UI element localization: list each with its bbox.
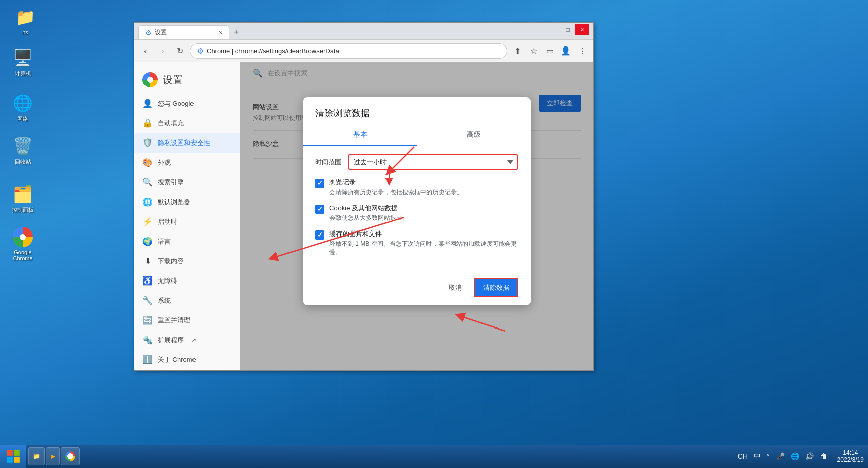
new-tab-button[interactable]: + [229, 25, 244, 39]
tab-advanced[interactable]: 高级 [417, 125, 531, 146]
checkbox-cookies[interactable] [315, 205, 324, 214]
split-icon[interactable]: ▭ [543, 44, 557, 58]
sidebar-item-reset[interactable]: 🔄 重置并清理 [134, 310, 240, 330]
checkbox-cookies-item: Cookie 及其他网站数据 会致使您从大多数网站退出。 [315, 204, 518, 222]
sidebar-label-browser: 默认浏览器 [158, 198, 190, 207]
taskbar-clock[interactable]: 14:14 2022/8/19 [833, 449, 868, 463]
tray-vol-icon[interactable]: 🔊 [803, 451, 816, 461]
taskbar-item-media[interactable]: ▶ [46, 447, 60, 465]
windows-logo [6, 449, 20, 463]
browser-icon: 🌐 [142, 197, 153, 207]
network-label: 网络 [17, 115, 28, 123]
clear-data-button[interactable]: 清除数据 [474, 278, 518, 297]
controlpanel-icon: 🗂️ [13, 184, 33, 204]
svg-rect-5 [7, 450, 13, 456]
time-range-select[interactable]: 过去一小时过去24小时过去7天过去4周全部时间 [348, 154, 518, 170]
taskbar-item-explorer[interactable]: 📁 [28, 447, 45, 465]
forward-button[interactable]: › [156, 44, 170, 58]
clock-time: 14:14 [843, 449, 858, 456]
media-icon: ▶ [51, 453, 55, 460]
dialog-footer: 取消 清除数据 [303, 272, 531, 305]
url-bar[interactable]: ⚙ Chrome | chrome://settings/clearBrowse… [190, 43, 507, 59]
desktop-icon-chrome[interactable]: Google Chrome [3, 225, 43, 263]
start-button[interactable] [0, 445, 26, 468]
taskbar: 📁 ▶ CH 中 ° 🎤 🌐 🔊 🗑 14:14 2022/8/19 [0, 445, 868, 468]
share-icon[interactable]: ⬆ [510, 44, 524, 58]
history-sub-text: 会清除所有历史记录，包括搜索框中的历史记录。 [329, 188, 463, 197]
sidebar-item-language[interactable]: 🌍 语言 [134, 231, 240, 251]
tab-basic[interactable]: 基本 [303, 125, 417, 146]
sidebar-label-search: 搜索引擎 [158, 178, 184, 187]
tray-input-icon[interactable]: CH [736, 451, 750, 461]
ns-label: ns [22, 29, 28, 35]
sidebar-item-appearance[interactable]: 🎨 外观 [134, 153, 240, 172]
settings-logo: 设置 [134, 66, 240, 93]
desktop-icon-recycle[interactable]: 🗑️ 回收站 [3, 134, 43, 168]
account-icon[interactable]: 👤 [559, 44, 573, 58]
tray-cn-icon[interactable]: 中 [752, 451, 763, 462]
svg-rect-7 [7, 457, 13, 463]
checkbox-cache[interactable] [315, 230, 324, 240]
sidebar-item-accessibility[interactable]: ♿ 无障碍 [134, 271, 240, 291]
taskbar-items: 📁 ▶ [26, 445, 82, 468]
checkbox-history-text: 浏览记录 会清除所有历史记录，包括搜索框中的历史记录。 [329, 178, 463, 197]
checkbox-cache-item: 缓存的图片和文件 释放不到 1 MB 空间。当您下次访问时，某些网站的加载速度可… [315, 229, 518, 257]
refresh-button[interactable]: ↻ [173, 44, 187, 58]
sidebar-item-privacy[interactable]: 🛡️ 隐私设置和安全性 [134, 133, 240, 153]
menu-icon[interactable]: ⋮ [575, 44, 589, 58]
tray-trash-icon[interactable]: 🗑 [818, 451, 829, 461]
sidebar-item-search[interactable]: 🔍 搜索引擎 [134, 172, 240, 192]
modal-overlay: 清除浏览数据 基本 高级 时间范围 过去一小时过去24小时过去7天过去4周全部时… [240, 62, 593, 370]
desktop-icon-network[interactable]: 🌐 网络 [3, 91, 43, 125]
browser-tab[interactable]: ⚙ 设置 × [138, 25, 229, 39]
sidebar-item-extensions[interactable]: 🔩 扩展程序 ↗ [134, 330, 240, 350]
sidebar-label-appearance: 外观 [158, 158, 171, 167]
desktop-icon-controlpanel[interactable]: 🗂️ 控制面板 [3, 182, 43, 216]
recycle-label: 回收站 [15, 158, 31, 166]
close-button[interactable]: × [575, 24, 589, 35]
computer-label: 计算机 [15, 70, 31, 77]
clear-browser-data-dialog: 清除浏览数据 基本 高级 时间范围 过去一小时过去24小时过去7天过去4周全部时… [303, 97, 531, 305]
time-range-row: 时间范围 过去一小时过去24小时过去7天过去4周全部时间 [315, 154, 518, 170]
about-icon: ℹ️ [142, 355, 153, 364]
title-bar: ⚙ 设置 × + — □ × [134, 23, 593, 40]
sidebar-item-autofill[interactable]: 🔒 自动填充 [134, 113, 240, 133]
sidebar-item-downloads[interactable]: ⬇ 下载内容 [134, 251, 240, 271]
time-range-label: 时间范围 [315, 158, 342, 167]
taskbar-item-chrome[interactable] [61, 447, 80, 465]
tab-close-button[interactable]: × [219, 29, 223, 37]
taskbar-tray: CH 中 ° 🎤 🌐 🔊 🗑 [732, 451, 833, 462]
tray-mic-icon[interactable]: 🎤 [774, 451, 787, 461]
startup-icon: ⚡ [142, 217, 153, 226]
url-text: Chrome | chrome://settings/clearBrowserD… [207, 47, 501, 55]
settings-gear-icon: ⚙ [145, 29, 152, 37]
sidebar-item-browser[interactable]: 🌐 默认浏览器 [134, 192, 240, 212]
sidebar-item-google[interactable]: 👤 您与 Google [134, 93, 240, 113]
sidebar-item-startup[interactable]: ⚡ 启动时 [134, 212, 240, 231]
checkbox-history[interactable] [315, 179, 324, 188]
back-button[interactable]: ‹ [138, 44, 153, 58]
person-icon: 👤 [142, 99, 153, 108]
desktop-icon-computer[interactable]: 🖥️ 计算机 [3, 45, 43, 79]
cache-main-text: 缓存的图片和文件 [329, 229, 518, 239]
desktop-icon-ns[interactable]: 📁 ns [5, 5, 45, 37]
shield-icon: 🛡️ [142, 138, 153, 148]
sidebar-item-system[interactable]: 🔧 系统 [134, 291, 240, 310]
chrome-desktop-icon [13, 227, 33, 247]
cancel-button[interactable]: 取消 [441, 279, 470, 296]
dialog-title: 清除浏览数据 [303, 97, 531, 119]
maximize-button[interactable]: □ [561, 24, 575, 35]
chrome-logo-nav [142, 72, 158, 87]
minimize-button[interactable]: — [547, 24, 561, 35]
settings-title: 设置 [163, 73, 183, 87]
bookmark-icon[interactable]: ☆ [526, 44, 541, 58]
sidebar-item-about[interactable]: ℹ️ 关于 Chrome [134, 350, 240, 369]
checkbox-cache-text: 缓存的图片和文件 释放不到 1 MB 空间。当您下次访问时，某些网站的加载速度可… [329, 229, 518, 257]
tray-dot-icon[interactable]: ° [765, 451, 772, 461]
search-icon: 🔍 [142, 177, 153, 187]
controlpanel-label: 控制面板 [12, 206, 34, 214]
tray-net-icon[interactable]: 🌐 [789, 451, 801, 461]
chrome-label: Google Chrome [5, 249, 41, 261]
address-actions: ⬆ ☆ ▭ 👤 ⋮ [510, 44, 589, 58]
svg-rect-6 [14, 450, 20, 456]
